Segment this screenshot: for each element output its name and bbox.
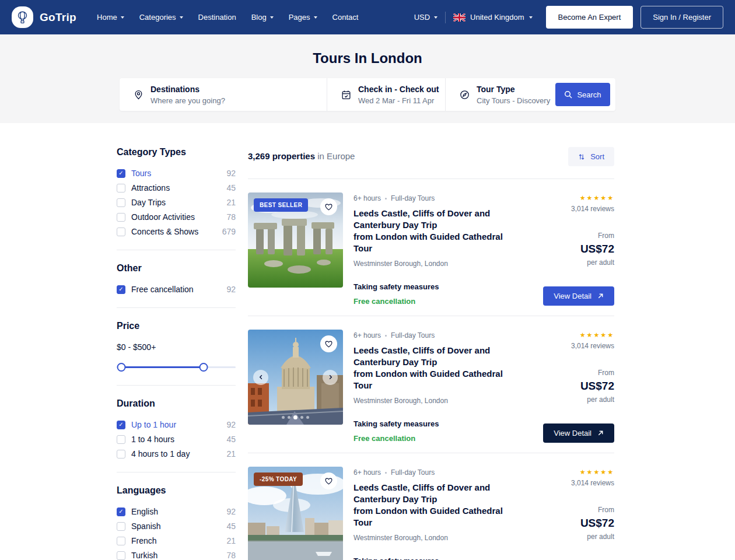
checkbox[interactable] — [117, 508, 125, 516]
filter-label: 1 to 4 hours — [131, 435, 174, 444]
price-slider[interactable] — [117, 363, 236, 372]
carousel-dot[interactable] — [282, 416, 285, 419]
nav-item-destination[interactable]: Destination — [191, 7, 244, 27]
view-detail-button[interactable]: View Detail — [543, 424, 614, 443]
united-kingdom-flag-icon — [453, 13, 466, 22]
carousel-dot[interactable] — [306, 416, 309, 419]
filter-option-turkish[interactable]: Turkish 78 — [117, 551, 236, 560]
filter-option-attractions[interactable]: Attractions 45 — [117, 183, 236, 192]
currency-selector[interactable]: USD — [414, 13, 438, 22]
tour-card-body: 6+ hours Full-day Tours Leeds Castle, Cl… — [343, 192, 526, 306]
filter-label: Up to 1 hour — [131, 420, 176, 429]
nav-item-blog[interactable]: Blog — [244, 7, 281, 27]
tour-category: Full-day Tours — [391, 331, 435, 340]
nav-item-contact[interactable]: Contact — [325, 7, 366, 27]
filter-count: 21 — [226, 198, 236, 207]
nav-item-pages[interactable]: Pages — [281, 7, 325, 27]
carousel-prev-button[interactable] — [253, 370, 268, 385]
checkbox[interactable] — [117, 435, 125, 444]
chevron-right-icon — [328, 374, 333, 380]
filter-count: 92 — [226, 507, 236, 516]
checkbox[interactable] — [117, 450, 125, 459]
filter-label: Tours — [131, 169, 151, 178]
results-header: 3,269 properties in Europe Sort — [248, 147, 614, 179]
checkbox[interactable] — [117, 184, 125, 192]
tour-title[interactable]: Leeds Castle, Cliffs of Dover and Canter… — [354, 208, 517, 254]
view-detail-button[interactable]: View Detail — [543, 286, 614, 306]
tour-card-body: 6+ hours Full-day Tours Leeds Castle, Cl… — [343, 467, 526, 560]
favorite-button[interactable] — [320, 335, 337, 352]
search-button[interactable]: Search — [555, 83, 610, 106]
checkbox[interactable] — [117, 285, 125, 294]
sort-button[interactable]: Sort — [568, 147, 614, 166]
nav-item-categories[interactable]: Categories — [132, 7, 191, 27]
star-rating: ★★★★★ — [580, 468, 614, 476]
slider-handle-min[interactable] — [117, 363, 126, 372]
tour-duration: 6+ hours — [354, 468, 381, 477]
checkbox[interactable] — [117, 169, 125, 178]
filter-option-outdoor-activities[interactable]: Outdoor Activities 78 — [117, 212, 236, 222]
carousel-dot[interactable] — [288, 416, 290, 419]
dot-separator — [385, 335, 387, 337]
tour-title-line1: Leeds Castle, Cliffs of Dover and Canter… — [354, 482, 517, 505]
filter-option-concerts-shows[interactable]: Concerts & Shows 679 — [117, 227, 236, 236]
filter-option-spanish[interactable]: Spanish 45 — [117, 522, 236, 531]
filter-option-1-to-4-hours[interactable]: 1 to 4 hours 45 — [117, 435, 236, 444]
filter-option-up-to-1-hour[interactable]: Up to 1 hour 92 — [117, 420, 236, 429]
carousel-dot[interactable] — [293, 415, 298, 419]
search-icon — [564, 90, 572, 99]
become-expert-button[interactable]: Become An Expert — [546, 6, 634, 29]
filter-option-french[interactable]: French 21 — [117, 536, 236, 545]
carousel-dot[interactable] — [300, 416, 303, 419]
shard-skyline-photo[interactable]: -25% TODAY — [248, 467, 343, 560]
hot-air-balloon-icon — [12, 6, 33, 28]
filter-option-day-trips[interactable]: Day Trips 21 — [117, 198, 236, 207]
results-list: 3,269 properties in Europe Sort — [248, 147, 614, 560]
checkbox[interactable] — [117, 228, 125, 236]
destination-field[interactable]: Destinations Where are you going? — [120, 78, 327, 111]
view-detail-label: View Detail — [554, 292, 592, 300]
best-seller-badge: BEST SELLER — [254, 198, 308, 212]
filter-count: 679 — [222, 227, 236, 236]
divider — [117, 385, 236, 386]
heart-icon — [325, 478, 332, 485]
tour-title[interactable]: Leeds Castle, Cliffs of Dover and Canter… — [354, 482, 517, 528]
heart-icon — [325, 204, 332, 211]
tour-category: Full-day Tours — [391, 194, 435, 202]
nav-label: Pages — [289, 13, 310, 22]
divider — [117, 307, 236, 308]
nav-item-home[interactable]: Home — [89, 7, 132, 27]
checkbox[interactable] — [117, 421, 125, 429]
top-navbar: GoTrip Home Categories Destination Blog … — [0, 0, 735, 34]
checkbox[interactable] — [117, 551, 125, 560]
slider-handle-max[interactable] — [199, 363, 208, 372]
divider — [117, 250, 236, 250]
checkbox[interactable] — [117, 522, 125, 531]
signin-register-button[interactable]: Sign In / Register — [640, 6, 723, 29]
tour-type-field[interactable]: Tour Type City Tours - Discovery — [446, 78, 555, 111]
tour-title[interactable]: Leeds Castle, Cliffs of Dover and Canter… — [354, 345, 517, 391]
filter-option-free-cancellation[interactable]: Free cancellation 92 — [117, 285, 236, 294]
carousel-next-button[interactable] — [323, 370, 338, 385]
tour-title-line2: from London with Guided Cathedral Tour — [354, 505, 517, 528]
st-pauls-cathedral-photo[interactable] — [248, 330, 343, 425]
tour-type-value: City Tours - Discovery — [477, 96, 550, 105]
checkbox[interactable] — [117, 198, 125, 207]
filter-title-other: Other — [117, 263, 236, 274]
safety-note: Taking safety measures — [354, 282, 517, 291]
nav-label: Destination — [198, 13, 236, 22]
favorite-button[interactable] — [320, 198, 337, 215]
stonehenge-photo[interactable]: BEST SELLER — [248, 192, 343, 288]
view-detail-label: View Detail — [554, 429, 592, 438]
checkbox[interactable] — [117, 213, 125, 222]
favorite-button[interactable] — [320, 473, 337, 489]
checkbox[interactable] — [117, 537, 125, 545]
filter-option-tours[interactable]: Tours 92 — [117, 169, 236, 178]
country-selector[interactable]: United Kingdom — [453, 13, 533, 22]
sort-label: Sort — [590, 152, 604, 161]
dates-field[interactable]: Check in - Check out Wed 2 Mar - Fri 11 … — [327, 78, 445, 111]
gotrip-logo[interactable]: GoTrip — [12, 6, 76, 28]
filter-option-english[interactable]: English 92 — [117, 507, 236, 516]
filter-option-4-hours-to-1-day[interactable]: 4 hours to 1 day 21 — [117, 449, 236, 459]
tour-title-line2: from London with Guided Cathedral Tour — [354, 231, 517, 254]
